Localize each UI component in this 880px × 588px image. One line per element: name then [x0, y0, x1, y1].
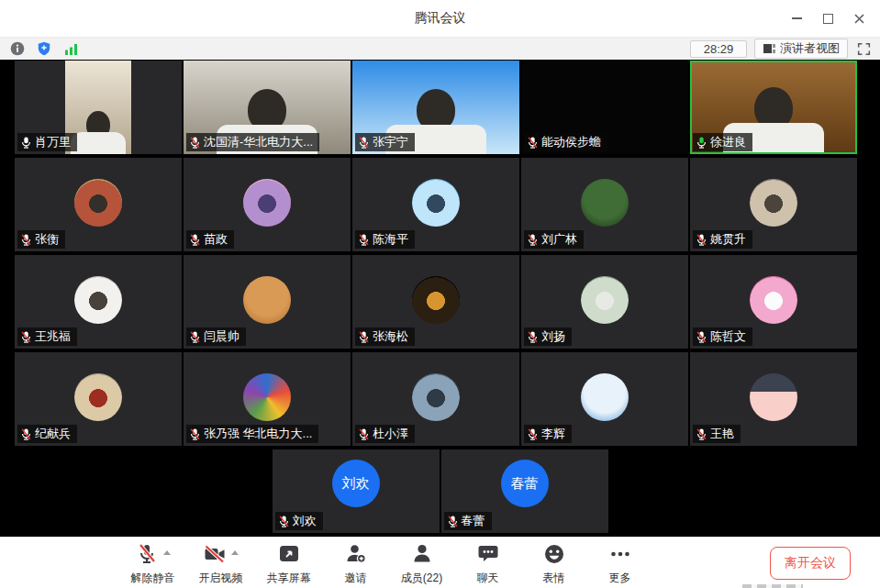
mic-muted-icon	[20, 427, 32, 441]
participant-tile[interactable]: 肖万里	[15, 61, 182, 154]
participant-tile[interactable]: 刘广林	[521, 158, 688, 251]
participant-name-tag: 刘扬	[524, 327, 572, 346]
participant-name: 刘扬	[541, 329, 565, 344]
participant-tile[interactable]: 张宇宁	[352, 61, 519, 154]
participant-avatar	[412, 179, 460, 227]
mic-muted-icon	[189, 136, 201, 150]
meeting-bottombar: 解除静音开启视频共享屏幕邀请成员(22)聊天表情更多 离开会议	[0, 537, 880, 588]
participant-name-tag: 刘广林	[524, 230, 584, 249]
mic-off-icon	[135, 542, 159, 570]
participant-tile[interactable]: 闫晨帅	[184, 255, 351, 349]
participant-name: 肖万里	[35, 135, 71, 150]
participant-name-tag: 刘欢	[275, 512, 323, 530]
window-controls	[781, 0, 874, 37]
toolbar-unmute-button[interactable]: 解除静音	[131, 544, 175, 586]
toolbar-start-video-button[interactable]: 开启视频	[199, 544, 243, 586]
mic-muted-icon	[358, 136, 370, 150]
participant-tile[interactable]: 刘扬	[521, 255, 688, 349]
participant-tile[interactable]: 沈国清-华北电力大...	[184, 61, 351, 154]
participant-tile[interactable]: 王兆福	[15, 255, 182, 349]
participant-tile[interactable]: 能动侯步蟾	[521, 61, 688, 154]
participant-tile[interactable]: 陈哲文	[690, 255, 857, 349]
participant-tile[interactable]: 王艳	[690, 352, 857, 446]
toolbar-chat-button[interactable]: 聊天	[467, 544, 509, 586]
participant-name: 刘广林	[541, 232, 577, 247]
toolbar-item-label: 成员(22)	[401, 571, 442, 586]
participant-name: 闫晨帅	[204, 329, 239, 344]
participant-avatar	[243, 373, 291, 421]
window-titlebar: 腾讯会议	[0, 0, 880, 38]
participant-name-tag: 纪献兵	[17, 425, 77, 443]
participant-tile[interactable]: 姚贯升	[690, 158, 857, 251]
meeting-info-button[interactable]	[8, 40, 27, 57]
participant-name: 王兆福	[35, 329, 71, 344]
participant-name-tag: 张乃强 华北电力大...	[186, 425, 318, 443]
participant-avatar	[412, 373, 460, 421]
fullscreen-button[interactable]	[855, 42, 873, 56]
minimize-button[interactable]	[781, 6, 812, 31]
close-button[interactable]	[843, 6, 874, 31]
speaker-view-button[interactable]: 演讲者视图	[754, 39, 848, 59]
participant-avatar	[243, 179, 291, 227]
participant-name: 陈哲文	[710, 329, 746, 344]
participant-tile[interactable]: 徐进良	[690, 61, 857, 154]
mic-muted-icon	[358, 427, 370, 441]
participant-tile[interactable]: 苗政	[184, 158, 351, 251]
topbar-right-controls: 28:29 演讲者视图	[690, 39, 880, 59]
caret-up-icon[interactable]	[231, 550, 239, 555]
participant-avatar	[74, 179, 122, 227]
security-button[interactable]	[35, 40, 53, 57]
participant-name-tag: 能动侯步蟾	[524, 133, 607, 151]
participant-tile[interactable]: 杜小澤	[352, 352, 519, 446]
mic-active-icon	[696, 136, 707, 150]
mic-muted-icon	[20, 233, 32, 247]
participant-name-tag: 李辉	[524, 425, 572, 443]
participant-name: 李辉	[541, 427, 565, 441]
participant-avatar	[750, 179, 797, 227]
leave-meeting-button[interactable]: 离开会议	[770, 547, 851, 580]
toolbar-icon-row	[203, 544, 239, 569]
mic-muted-icon	[527, 427, 539, 441]
participant-tile[interactable]: 张衡	[15, 158, 182, 251]
toolbar-icon-row	[476, 544, 500, 569]
initials-text: 刘欢	[342, 475, 370, 493]
participant-name: 能动侯步蟾	[541, 135, 601, 150]
participant-tile[interactable]: 陈海平	[352, 158, 519, 251]
participant-tile[interactable]: 春蕾春蕾	[441, 449, 608, 533]
participant-name-tag: 姚贯升	[693, 230, 752, 249]
maximize-button[interactable]	[812, 6, 843, 31]
background-window-edge	[742, 584, 803, 588]
participant-name: 苗政	[204, 232, 228, 247]
mic-muted-icon	[358, 233, 370, 247]
toolbar-icon-row	[135, 544, 171, 569]
participant-initials-avatar: 刘欢	[332, 460, 380, 507]
toolbar-emoji-button[interactable]: 表情	[533, 544, 575, 586]
mic-muted-icon	[696, 233, 707, 247]
participant-tile[interactable]: 张乃强 华北电力大...	[184, 352, 351, 446]
toolbar-item-label: 开启视频	[199, 571, 243, 586]
participant-tile[interactable]: 李辉	[521, 352, 688, 446]
toolbar-invite-button[interactable]: 邀请	[335, 544, 377, 586]
participant-tile[interactable]: 张海松	[352, 255, 519, 349]
toolbar-item-label: 表情	[543, 571, 565, 586]
toolbar-more-button[interactable]: 更多	[599, 544, 641, 586]
network-status-button[interactable]	[61, 40, 80, 57]
participant-avatar	[581, 276, 629, 324]
toolbar-members-button[interactable]: 成员(22)	[401, 544, 443, 586]
meeting-topbar: 28:29 演讲者视图	[0, 38, 880, 60]
toolbar-item-label: 邀请	[345, 571, 367, 586]
participant-name-tag: 苗政	[186, 230, 234, 249]
participant-name: 沈国清-华北电力大...	[204, 135, 313, 150]
window-title: 腾讯会议	[415, 10, 466, 27]
toolbar-share-screen-button[interactable]: 共享屏幕	[267, 544, 311, 586]
participant-name-tag: 杜小澤	[355, 425, 415, 443]
participant-avatar	[581, 373, 629, 421]
participant-name-tag: 闫晨帅	[186, 327, 246, 346]
participant-tile[interactable]: 刘欢刘欢	[273, 449, 440, 533]
toolbar-icon-row	[410, 544, 434, 569]
caret-up-icon[interactable]	[163, 550, 171, 555]
mic-muted-icon	[189, 233, 201, 247]
more-icon	[608, 542, 632, 570]
participant-tile[interactable]: 纪献兵	[15, 352, 182, 446]
participant-name: 纪献兵	[35, 427, 71, 441]
